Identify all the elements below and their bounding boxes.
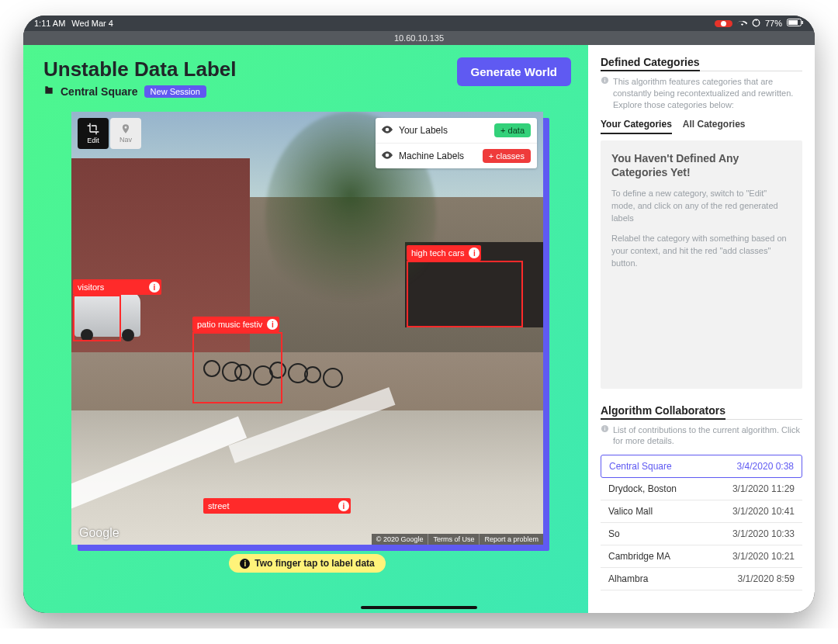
status-date: Wed Mar 4 <box>71 19 113 28</box>
status-bar: 1:11 AM Wed Mar 4 77% <box>23 16 815 31</box>
svg-rect-2 <box>788 20 798 25</box>
info-icon <box>601 76 609 111</box>
map-container: Edit Nav Your Labels <box>71 112 543 545</box>
detection-box-patio[interactable]: patio music festiv i <box>192 332 282 403</box>
orientation-lock-icon <box>752 19 760 29</box>
label-legend-panel: Your Labels + data Machine Labels + clas… <box>376 118 537 168</box>
collaborator-row[interactable]: Valico Mall 3/1/2020 10:41 <box>601 500 802 523</box>
collaborator-row[interactable]: Drydock, Boston 3/1/2020 11:29 <box>601 478 802 500</box>
battery-icon <box>787 19 804 28</box>
empty-state-title: You Haven't Defined Any Categories Yet! <box>611 151 791 181</box>
categories-empty-state: You Haven't Defined Any Categories Yet! … <box>601 140 802 389</box>
generate-world-button[interactable]: Generate World <box>457 57 571 86</box>
map-attribution: © 2020 Google Terms of Use Report a prob… <box>372 534 543 545</box>
map-mode-edit-button[interactable]: Edit <box>78 118 109 149</box>
collaborators-heading: Algorithm Collaborators <box>601 404 725 420</box>
workspace: Unstable Data Label Central Square New S… <box>23 45 588 613</box>
terms-link[interactable]: Terms of Use <box>428 534 479 545</box>
map-marker-icon <box>43 85 54 98</box>
location-name: Central Square <box>61 85 138 98</box>
add-classes-button[interactable]: + classes <box>483 149 531 163</box>
url-bar[interactable]: 10.60.10.135 <box>23 31 815 45</box>
add-data-button[interactable]: + data <box>494 123 531 137</box>
legend-your-labels: Your Labels <box>399 125 488 136</box>
info-icon[interactable]: i <box>267 319 278 330</box>
svg-rect-6 <box>604 78 605 79</box>
info-icon: i <box>240 559 250 569</box>
street-view-map[interactable]: Edit Nav Your Labels <box>71 112 543 545</box>
detection-box-cars[interactable]: high tech cars i <box>407 261 523 327</box>
info-icon <box>601 424 609 448</box>
wifi-icon <box>737 19 747 28</box>
crop-icon <box>87 123 99 135</box>
status-time: 1:11 AM <box>34 19 65 28</box>
eye-icon[interactable] <box>382 151 393 161</box>
info-icon[interactable]: i <box>469 248 480 258</box>
svg-rect-9 <box>604 426 605 427</box>
screen-record-indicator <box>715 20 732 27</box>
hint-pill: i Two finger tap to label data <box>229 554 385 573</box>
collaborator-row[interactable]: Cambridge MA 3/1/2020 10:21 <box>601 545 802 568</box>
info-icon[interactable]: i <box>149 282 160 293</box>
defined-categories-heading: Defined Categories <box>601 56 700 71</box>
session-badge: New Session <box>144 85 206 98</box>
device-frame: 1:11 AM Wed Mar 4 77% 10.60.10.135 Unsta <box>23 16 815 613</box>
side-panel: Defined Categories This algorithm featur… <box>588 45 815 613</box>
legend-machine-labels: Machine Labels <box>399 151 476 161</box>
url-text: 10.60.10.135 <box>394 33 444 43</box>
location-pin-icon <box>120 123 131 134</box>
map-mode-nav-button[interactable]: Nav <box>110 118 141 149</box>
collaborator-row[interactable]: Central Square 3/4/2020 0:38 <box>601 455 802 478</box>
collaborator-row[interactable]: So 3/1/2020 10:33 <box>601 523 802 545</box>
tab-your-categories[interactable]: Your Categories <box>601 119 672 134</box>
detection-box-visitors[interactable]: visitors i <box>73 295 121 341</box>
report-problem-link[interactable]: Report a problem <box>479 534 543 545</box>
collaborator-row[interactable]: Alhambra 3/1/2020 8:59 <box>601 568 802 590</box>
battery-percent: 77% <box>765 19 782 28</box>
google-logo: Google <box>79 526 119 540</box>
svg-rect-8 <box>604 428 605 430</box>
tab-all-categories[interactable]: All Categories <box>683 119 746 134</box>
scene-bike <box>304 366 321 383</box>
eye-icon[interactable] <box>382 125 393 136</box>
home-indicator[interactable] <box>361 606 477 609</box>
page-title: Unstable Data Label <box>43 57 237 81</box>
svg-rect-3 <box>802 21 804 24</box>
info-icon[interactable]: i <box>338 500 349 511</box>
svg-rect-5 <box>604 80 605 82</box>
collaborators-list: Central Square 3/4/2020 0:38 Drydock, Bo… <box>601 455 802 590</box>
